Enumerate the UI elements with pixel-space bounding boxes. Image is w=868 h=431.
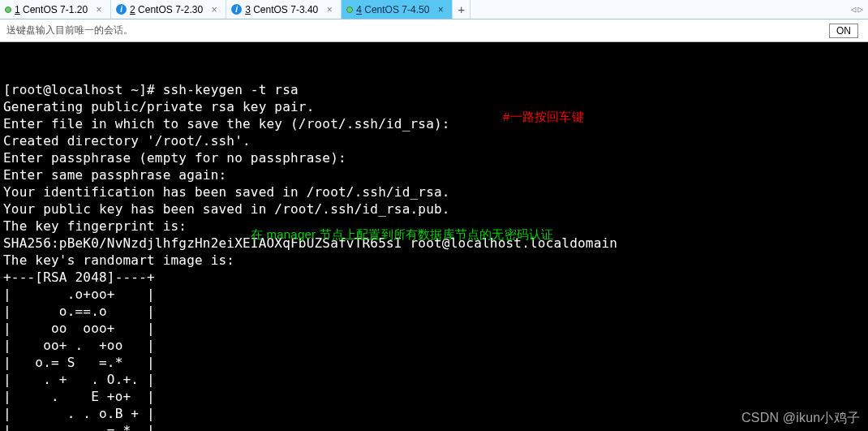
- close-icon[interactable]: ×: [324, 4, 334, 15]
- terminal-output[interactable]: [root@localhost ~]# ssh-keygen -t rsa Ge…: [0, 42, 868, 431]
- status-dot-icon: [5, 6, 11, 13]
- tab-next-icon[interactable]: ▷: [857, 4, 863, 15]
- tab-centos-4[interactable]: 4 CentOS 7-4.50 ×: [342, 0, 453, 19]
- tab-bar: 1 CentOS 7-1.20 × i 2 CentOS 7-2.30 × i …: [0, 0, 868, 19]
- annotation-green: 在 manager 节点上配置到所有数据库节点的无密码认证: [251, 226, 553, 243]
- tab-centos-2[interactable]: i 2 CentOS 7-2.30 ×: [111, 0, 226, 19]
- info-icon: i: [116, 4, 127, 15]
- info-icon: i: [231, 4, 242, 15]
- tab-label: 1 CentOS 7-1.20: [15, 4, 88, 15]
- status-dot-icon: [346, 6, 353, 13]
- info-bar: 送键盘输入目前唯一的会话。 ON: [0, 19, 868, 42]
- tab-spacer: [471, 0, 845, 19]
- tab-centos-1[interactable]: 1 CentOS 7-1.20 ×: [0, 0, 111, 19]
- annotation-red: #一路按回车键: [503, 108, 584, 125]
- close-icon[interactable]: ×: [436, 4, 445, 15]
- tab-label: 3 CentOS 7-3.40: [245, 4, 318, 15]
- tab-prev-icon[interactable]: ◁: [851, 4, 857, 15]
- tab-label: 4 CentOS 7-4.50: [356, 4, 429, 15]
- tab-label: 2 CentOS 7-2.30: [130, 4, 203, 15]
- tab-centos-3[interactable]: i 3 CentOS 7-3.40 ×: [226, 0, 342, 19]
- on-toggle-button[interactable]: ON: [829, 24, 858, 38]
- infobar-text: 送键盘输入目前唯一的会话。: [6, 24, 133, 37]
- tab-nav: ◁ ▷: [846, 0, 868, 19]
- close-icon[interactable]: ×: [94, 4, 104, 15]
- add-tab-button[interactable]: +: [453, 0, 471, 19]
- watermark-text: CSDN @ikun小鸡子: [741, 409, 860, 426]
- terminal-text: [root@localhost ~]# ssh-keygen -t rsa Ge…: [3, 81, 865, 431]
- close-icon[interactable]: ×: [209, 4, 219, 15]
